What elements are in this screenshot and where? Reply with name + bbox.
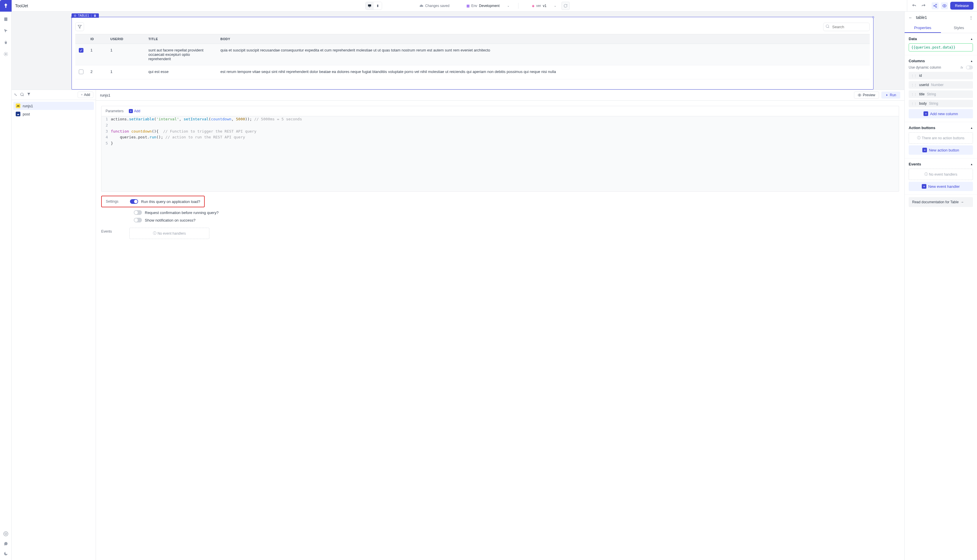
column-item[interactable]: ⋮⋮bodyString xyxy=(909,100,973,107)
drag-icon[interactable]: ⋮⋮ xyxy=(911,93,917,96)
preview-query-button[interactable]: Preview xyxy=(854,92,879,98)
table-row[interactable]: ✓ 1 1 sunt aut facere repellat provident… xyxy=(75,44,870,65)
component-selector-badge[interactable]: ⊙ TABLE1 | 🗑 xyxy=(72,13,99,18)
release-button[interactable]: Release xyxy=(950,2,974,10)
logo[interactable] xyxy=(0,0,12,12)
add-query-button[interactable]: +Add xyxy=(78,92,93,98)
pages-icon[interactable] xyxy=(3,16,9,22)
redo-button[interactable] xyxy=(920,2,927,9)
svg-point-11 xyxy=(826,25,829,27)
drag-icon[interactable]: ⋮⋮ xyxy=(911,83,917,87)
query-item-runjs1[interactable]: JS runjs1 xyxy=(13,102,94,110)
documentation-link[interactable]: Read documentation for Table → xyxy=(909,197,973,207)
target-icon: ⊙ xyxy=(74,14,76,17)
col-header[interactable]: TITLE xyxy=(145,34,217,44)
row-checkbox[interactable] xyxy=(79,70,83,74)
divider xyxy=(518,3,519,9)
plus-icon: + xyxy=(922,148,927,152)
component-title[interactable]: table1 xyxy=(916,15,966,20)
environment-selector[interactable]: ▦ Env Development ⌄ xyxy=(463,3,512,9)
tab-styles[interactable]: Styles xyxy=(941,23,977,33)
query-item-post[interactable]: ☁ post xyxy=(13,110,94,118)
collapse-icon[interactable]: ▲ xyxy=(970,163,973,166)
more-icon[interactable]: ⋮ xyxy=(969,15,973,20)
theme-icon[interactable] xyxy=(3,551,9,557)
svg-point-12 xyxy=(21,93,23,95)
collapse-icon[interactable]: ▲ xyxy=(970,127,973,129)
search-input[interactable] xyxy=(823,23,870,31)
properties-panel: ← table1 ⋮ Properties Styles Data ▲ {{qu… xyxy=(904,12,977,560)
eye-icon xyxy=(942,4,947,8)
dynamic-column-toggle[interactable] xyxy=(966,65,973,70)
col-header[interactable]: ID xyxy=(87,34,107,44)
query-panel: ⤡ +Add JS runjs1 ☁ post xyxy=(12,90,904,560)
share-button[interactable] xyxy=(932,2,939,9)
add-parameter-button[interactable]: + Add xyxy=(129,109,140,113)
collapse-icon[interactable]: ▲ xyxy=(970,60,973,63)
svg-point-10 xyxy=(5,533,7,535)
drag-icon[interactable]: ⋮⋮ xyxy=(911,74,917,77)
plus-icon: + xyxy=(924,112,928,116)
query-list-sidebar: ⤡ +Add JS runjs1 ☁ post xyxy=(12,90,96,560)
mobile-icon xyxy=(376,4,379,8)
chevron-down-icon: ⌄ xyxy=(507,4,509,7)
preview-button[interactable] xyxy=(941,2,948,9)
events-empty: ⓘNo event handlers xyxy=(909,168,973,180)
undo-button[interactable] xyxy=(911,2,918,9)
svg-point-5 xyxy=(936,7,937,8)
table-component[interactable]: ID USERID TITLE BODY ✓ 1 1 sunt xyxy=(72,17,874,90)
column-item[interactable]: ⋮⋮userIdNumber xyxy=(909,81,973,89)
info-icon: ⓘ xyxy=(924,172,928,177)
svg-rect-7 xyxy=(4,17,7,21)
settings-icon[interactable] xyxy=(3,51,9,57)
events-empty: ⓘ No event handlers xyxy=(129,228,209,239)
comment-icon[interactable] xyxy=(3,541,9,547)
run-on-load-toggle[interactable] xyxy=(130,199,138,204)
svg-point-9 xyxy=(3,532,8,536)
app-name[interactable]: ToolJet xyxy=(15,3,28,8)
version-icon: ◈ xyxy=(532,4,534,8)
drag-icon[interactable]: ⋮⋮ xyxy=(911,102,917,105)
new-event-handler-button[interactable]: + New event handler xyxy=(909,182,973,191)
debugger-icon[interactable] xyxy=(3,40,9,45)
events-label: Events xyxy=(101,228,112,233)
col-header[interactable]: BODY xyxy=(217,34,870,44)
play-icon xyxy=(885,93,888,97)
notify-toggle[interactable] xyxy=(134,218,142,222)
data-expression-input[interactable]: {{queries.post.data}} xyxy=(909,43,973,52)
row-checkbox[interactable]: ✓ xyxy=(79,48,83,53)
svg-point-8 xyxy=(5,53,7,55)
tab-properties[interactable]: Properties xyxy=(905,23,941,33)
trash-icon[interactable]: 🗑 xyxy=(93,14,97,17)
env-icon: ▦ xyxy=(467,4,470,8)
settings-label: Settings xyxy=(106,200,118,203)
back-button[interactable]: ← xyxy=(909,15,912,20)
new-action-button[interactable]: + New action button xyxy=(909,145,973,155)
column-item[interactable]: ⋮⋮titleString xyxy=(909,90,973,98)
confirm-toggle[interactable] xyxy=(134,210,142,215)
desktop-icon xyxy=(368,4,372,8)
filter-button[interactable] xyxy=(75,22,84,31)
fx-button[interactable]: fx xyxy=(960,66,963,69)
mobile-view-button[interactable] xyxy=(373,2,382,10)
column-item[interactable]: ⋮⋮id xyxy=(909,72,973,79)
section-data-title: Data xyxy=(909,37,917,41)
version-selector[interactable]: ◈ ver v1 ⌄ xyxy=(529,3,559,9)
svg-point-3 xyxy=(936,4,937,5)
query-name[interactable]: runjs1 xyxy=(100,93,110,97)
inspector-icon[interactable] xyxy=(3,28,9,34)
help-icon[interactable] xyxy=(3,531,9,537)
col-header[interactable]: USERID xyxy=(107,34,145,44)
svg-rect-2 xyxy=(377,4,378,7)
desktop-view-button[interactable] xyxy=(365,2,373,10)
run-query-button[interactable]: Run xyxy=(881,92,900,98)
refresh-button[interactable] xyxy=(562,2,570,10)
search-icon[interactable] xyxy=(20,92,24,97)
table-row[interactable]: 2 1 qui est esse est rerum tempore vitae… xyxy=(75,65,870,79)
collapse-icon[interactable]: ⤡ xyxy=(14,92,17,97)
section-events-title: Events xyxy=(909,162,921,166)
code-editor[interactable]: 1actions.setVariable('interval', setInte… xyxy=(101,116,899,192)
collapse-icon[interactable]: ▲ xyxy=(970,38,973,40)
add-column-button[interactable]: + Add new column xyxy=(909,109,973,118)
filter-icon[interactable] xyxy=(27,92,30,97)
